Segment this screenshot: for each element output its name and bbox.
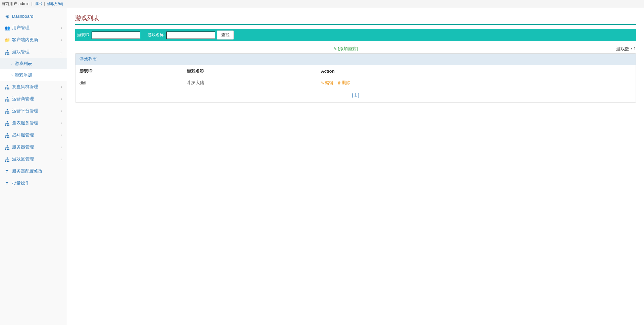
search-button[interactable]: 查找 bbox=[217, 30, 234, 40]
sidebar-item-6[interactable]: 运营平台管理‹ bbox=[0, 105, 67, 117]
sidebar-item-5[interactable]: 运营商管理‹ bbox=[0, 93, 67, 105]
panel-title: 游戏列表 bbox=[75, 54, 636, 65]
sidebar-item-4[interactable]: 复盘集群管理‹ bbox=[0, 81, 67, 93]
umbrella-icon: ☂ bbox=[5, 169, 9, 174]
sidebar-item-11[interactable]: ☂服务器配置修改 bbox=[0, 165, 67, 177]
sidebar-item-9[interactable]: 服务器管理‹ bbox=[0, 141, 67, 153]
svg-rect-18 bbox=[6, 124, 7, 125]
game-name-label: 游戏名称: bbox=[148, 32, 165, 38]
chevron-left-icon: ‹ bbox=[61, 145, 62, 149]
add-game-link[interactable]: ✎ [添加游戏] bbox=[333, 46, 358, 52]
pager: [ 1 ] bbox=[75, 89, 636, 102]
sidebar-item-label: 批量操作 bbox=[12, 180, 30, 186]
svg-rect-14 bbox=[6, 112, 7, 113]
sidebar-item-label: 游戏区管理 bbox=[12, 156, 34, 162]
svg-rect-3 bbox=[8, 53, 9, 54]
sidebar-item-12[interactable]: ☂批量操作 bbox=[0, 177, 67, 189]
sidebar-item-2[interactable]: 📁客户端内更新‹ bbox=[0, 34, 67, 46]
game-name-input[interactable] bbox=[166, 31, 215, 39]
game-count: 游戏数：1 bbox=[616, 46, 636, 52]
sitemap-icon bbox=[5, 96, 9, 101]
sitemap-icon bbox=[5, 108, 9, 113]
sidebar-item-1[interactable]: 👥用户管理‹ bbox=[0, 22, 67, 34]
game-id-label: 游戏ID: bbox=[77, 32, 90, 38]
separator: | bbox=[44, 1, 45, 6]
sidebar-item-label: 服务器管理 bbox=[12, 144, 34, 150]
sidebar: ◉Dashboard👥用户管理‹📁客户端内更新‹游戏管理⌄›游戏列表›游戏添加复… bbox=[0, 8, 67, 325]
edit-icon: ✎ bbox=[333, 47, 337, 51]
svg-rect-8 bbox=[6, 97, 7, 98]
svg-rect-13 bbox=[5, 112, 6, 113]
game-id-input[interactable] bbox=[92, 31, 140, 39]
dashboard-icon: ◉ bbox=[5, 14, 9, 19]
sitemap-icon bbox=[5, 144, 9, 149]
current-user-name: admin bbox=[18, 1, 30, 6]
users-icon: 👥 bbox=[5, 25, 9, 30]
sidebar-subitem-3-0[interactable]: ›游戏列表 bbox=[0, 58, 67, 69]
chevron-left-icon: ‹ bbox=[61, 157, 62, 161]
trash-icon: 🗑 bbox=[337, 81, 341, 85]
page-1-link[interactable]: [ 1 ] bbox=[352, 92, 359, 97]
sidebar-item-label: 服务器配置修改 bbox=[12, 168, 43, 174]
sidebar-item-0[interactable]: ◉Dashboard bbox=[0, 11, 67, 22]
col-game-id: 游戏ID bbox=[75, 65, 183, 77]
svg-rect-22 bbox=[6, 136, 7, 137]
sidebar-item-label: 运营商管理 bbox=[12, 96, 34, 102]
sidebar-item-label: 用户管理 bbox=[12, 25, 30, 31]
chevron-left-icon: ‹ bbox=[61, 109, 62, 113]
sidebar-subitem-3-1[interactable]: ›游戏添加 bbox=[0, 69, 67, 81]
sitemap-icon bbox=[5, 84, 9, 89]
sitemap-icon bbox=[5, 132, 9, 137]
game-table: 游戏ID 游戏名称 Action dldl斗罗大陆✎编辑🗑删除 bbox=[75, 65, 636, 89]
chevron-left-icon: ‹ bbox=[61, 26, 62, 30]
folder-icon: 📁 bbox=[5, 38, 9, 43]
svg-rect-30 bbox=[6, 160, 7, 161]
page-title: 游戏列表 bbox=[75, 14, 636, 25]
game-list-panel: 游戏列表 游戏ID 游戏名称 Action dldl斗罗大陆✎编辑🗑删除 [ 1… bbox=[75, 53, 636, 103]
logout-link[interactable]: 退出 bbox=[34, 1, 42, 6]
col-game-name: 游戏名称 bbox=[183, 65, 317, 77]
cell-game-id: dldl bbox=[75, 77, 183, 89]
svg-rect-29 bbox=[5, 160, 6, 161]
chevron-left-icon: ‹ bbox=[61, 38, 62, 42]
col-action: Action bbox=[317, 65, 636, 77]
svg-rect-12 bbox=[6, 109, 7, 110]
svg-rect-11 bbox=[8, 100, 9, 101]
sidebar-subitem-label: 游戏列表 bbox=[15, 61, 32, 67]
change-password-link[interactable]: 修改密码 bbox=[47, 1, 63, 6]
chevron-right-icon: › bbox=[11, 73, 13, 77]
sidebar-item-7[interactable]: 量表服务管理‹ bbox=[0, 117, 67, 129]
svg-rect-1 bbox=[5, 53, 6, 54]
sidebar-item-label: 战斗服管理 bbox=[12, 132, 34, 138]
edit-link[interactable]: ✎编辑 bbox=[321, 80, 333, 86]
sidebar-item-label: 运营平台管理 bbox=[12, 108, 38, 114]
svg-rect-6 bbox=[6, 88, 7, 89]
cell-game-name: 斗罗大陆 bbox=[183, 77, 317, 89]
svg-rect-17 bbox=[5, 124, 6, 125]
sitemap-icon bbox=[5, 156, 9, 161]
svg-rect-15 bbox=[8, 112, 9, 113]
topbar: 当前用户:admin | 退出 | 修改密码 bbox=[0, 0, 644, 8]
sidebar-item-label: Dashboard bbox=[12, 14, 34, 19]
svg-rect-7 bbox=[8, 88, 9, 89]
sitemap-icon bbox=[5, 120, 9, 125]
sidebar-item-label: 游戏管理 bbox=[12, 49, 30, 55]
sidebar-item-3[interactable]: 游戏管理⌄ bbox=[0, 46, 67, 58]
chevron-left-icon: ‹ bbox=[61, 97, 62, 101]
svg-rect-24 bbox=[6, 145, 7, 146]
svg-rect-31 bbox=[8, 160, 9, 161]
sidebar-item-10[interactable]: 游戏区管理‹ bbox=[0, 153, 67, 165]
svg-rect-26 bbox=[6, 148, 7, 149]
sidebar-item-label: 复盘集群管理 bbox=[12, 84, 38, 90]
chevron-down-icon: ⌄ bbox=[59, 50, 62, 54]
sidebar-item-8[interactable]: 战斗服管理‹ bbox=[0, 129, 67, 141]
current-user-label: 当前用户: bbox=[1, 1, 18, 6]
svg-rect-5 bbox=[5, 88, 6, 89]
svg-rect-9 bbox=[5, 100, 6, 101]
add-game-label: [添加游戏] bbox=[338, 46, 358, 52]
delete-link[interactable]: 🗑删除 bbox=[337, 80, 351, 86]
separator: | bbox=[31, 1, 32, 6]
sidebar-item-label: 客户端内更新 bbox=[12, 37, 38, 43]
chevron-left-icon: ‹ bbox=[61, 85, 62, 89]
table-row: dldl斗罗大陆✎编辑🗑删除 bbox=[75, 77, 636, 89]
